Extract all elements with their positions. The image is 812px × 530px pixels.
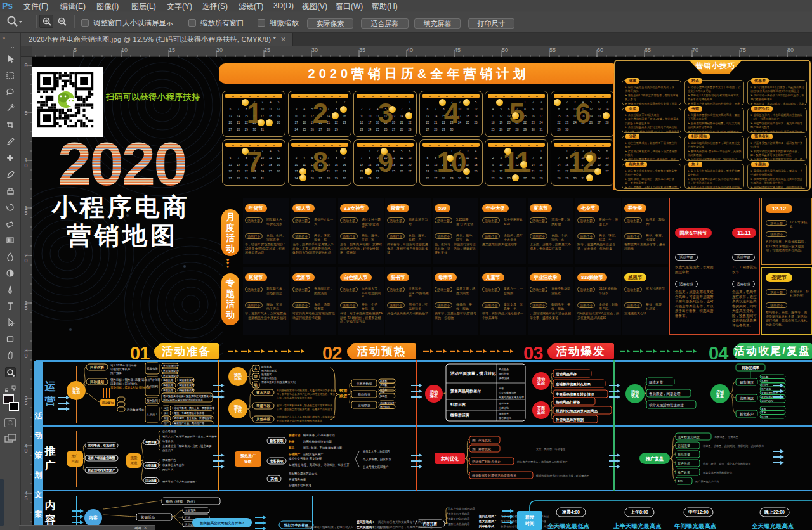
svg-text:新进活动内页数据户: 新进活动内页数据户 <box>87 468 115 472</box>
svg-text:社群人员「私域流量好友群」分发，迷定接单: 社群人员「私域流量好友群」分发，迷定接单 <box>162 435 218 439</box>
svg-text:群发: 群发 <box>525 515 534 520</box>
svg-text:直播预告传播: 直播预告传播 <box>289 477 306 482</box>
svg-text:新品+留样，不抽奖做实惠拉新: 新品+留样，不抽奖做实惠拉新 <box>303 446 343 449</box>
svg-text:拉群、爆款预告页可预热气氛，让更多产品升温等: 拉群、爆款预告页可预热气氛，让更多产品升温等 <box>276 408 332 411</box>
svg-text:店铺整体流量转化效果: 店铺整体流量转化效果 <box>555 382 591 387</box>
svg-text:客单价: 客单价 <box>761 379 769 382</box>
svg-text:营销活动: 营销活动 <box>288 433 301 437</box>
svg-text:活动全面放量，提升转化: 活动全面放量，提升转化 <box>450 371 496 376</box>
svg-text:目标: 目标 <box>234 376 242 381</box>
svg-text:预热推广: 预热推广 <box>240 453 256 458</box>
svg-text:整点秒杀: 整点秒杀 <box>499 368 509 372</box>
svg-text:其他手段: 其他手段 <box>256 417 271 422</box>
svg-text:唤起公众号推送 图文/海报: 唤起公众号推送 图文/海报 <box>289 456 322 461</box>
svg-text:跟进: 跟进 <box>339 393 347 398</box>
svg-text:其他: 其他 <box>270 477 278 481</box>
svg-text:监控: 监控 <box>537 410 545 415</box>
svg-text:新客获取: 新客获取 <box>269 439 284 443</box>
svg-text:各渠道流量转化数据评估: 各渠道流量转化数据评估 <box>703 471 732 474</box>
svg-text:筹备目标：提前1月/会员/转化等: 筹备目标：提前1月/会员/转化等 <box>110 385 151 390</box>
svg-text:目标拆解: 目标拆解 <box>90 365 105 370</box>
svg-text:老客获取: 老客获取 <box>270 459 284 463</box>
svg-text:免费流量、付费流量: 免费流量、付费流量 <box>714 436 738 439</box>
svg-text:商品（推荐、热点）: 商品（推荐、热点） <box>166 500 197 503</box>
svg-text:话术整理、服务热情、快速响应等: 话术整理、服务热情、快速响应等 <box>174 417 212 420</box>
svg-text:推广渠道优化: 推广渠道优化 <box>472 438 491 443</box>
svg-text:优惠券数据: 优惠券数据 <box>357 382 372 386</box>
svg-text:凌晨4:00: 凌晨4:00 <box>562 509 580 515</box>
svg-text:河北2019年活动临摹: 河北2019年活动临摹 <box>110 364 137 367</box>
svg-text:数据: 数据 <box>339 389 347 393</box>
svg-text:选爆款等: 选爆款等 <box>163 378 173 382</box>
svg-text:首页海报设计: 首页海报设计 <box>163 369 178 372</box>
svg-text:补货商品库存根据: 补货商品库存根据 <box>555 418 584 422</box>
svg-text:上半天曝光最高点: 上半天曝光最高点 <box>613 522 662 529</box>
svg-text:实时优化: 实时优化 <box>441 456 459 462</box>
svg-text:满赠/满减: 满赠/满减 <box>499 377 509 380</box>
svg-text:店铺数据: 店铺数据 <box>358 403 370 408</box>
svg-text:老客户维温盘活唤醒: 老客户维温盘活唤醒 <box>87 456 115 460</box>
svg-text:全天曝光最低点: 全天曝光最低点 <box>547 522 590 529</box>
svg-text:店铺会员: 店铺会员 <box>162 439 174 443</box>
svg-text:商品数据: 商品数据 <box>358 392 370 397</box>
svg-text:销售目标：销售额+流量*客单价*转化率: 销售目标：销售额+流量*客单价*转化率 <box>110 378 160 382</box>
svg-text:营销活动: 营销活动 <box>141 515 155 520</box>
svg-text:巨大反差式：: 巨大反差式： <box>479 519 497 523</box>
svg-text:复购: 复购 <box>761 407 766 410</box>
svg-text:秒杀: 秒杀 <box>289 440 295 444</box>
svg-text:付费流量: 付费流量 <box>145 463 157 468</box>
svg-text:首页海报设计: 首页海报设计 <box>163 374 178 377</box>
svg-text:规划: 规划 <box>72 390 80 395</box>
svg-text:社群转化: 社群转化 <box>498 406 509 410</box>
svg-text:售后跟进，问题处理: 售后跟进，问题处理 <box>649 392 681 396</box>
svg-text:加购量: 加购量 <box>379 394 388 398</box>
svg-text:短信推送 海报、商品链接、活动链接、链接打开: 短信推送 海报、商品链接、活动链接、链接打开 <box>289 463 350 467</box>
svg-text:视觉包装: 视觉包装 <box>147 366 159 370</box>
svg-text:好物推荐社群发送: 好物推荐社群发送 <box>289 483 312 488</box>
svg-text:监控: 监控 <box>537 380 545 385</box>
svg-text:上午8:00: 上午8:00 <box>630 509 648 514</box>
svg-text:流量情况: 流量情况 <box>740 396 754 401</box>
svg-text:免费流量: 免费流量 <box>145 440 157 444</box>
svg-text:运营: 运营 <box>164 406 169 410</box>
svg-text:晚上22:00: 晚上22:00 <box>764 509 785 515</box>
svg-text:活动210预告类页面设计活动页面等: 活动210预告类页面设计活动页面等 <box>163 398 203 402</box>
svg-text:新老客户: 新老客户 <box>740 412 754 417</box>
svg-text:活动整体规划: 活动整体规划 <box>126 408 145 411</box>
svg-text:朋友圈广告: 朋友圈广告 <box>162 458 176 462</box>
svg-text:海报、专题页面设计制作等: 海报、专题页面设计制作等 <box>174 411 204 415</box>
svg-text:复盘: 复盘 <box>716 393 724 398</box>
svg-text:分销推广: 分销推广 <box>288 452 301 456</box>
svg-text:推广成本: 推广成本 <box>761 387 771 391</box>
svg-text:推广: 推广 <box>164 422 169 425</box>
svg-text:促销套装设置: 促销套装设置 <box>179 384 194 387</box>
svg-text:转化率: 转化率 <box>761 384 769 387</box>
svg-text:根据数据有特化比打的商品上线，延后曝光量: 根据数据有特化比打的商品上线，延后曝光量 <box>535 474 589 478</box>
svg-text:精品陈列: 精品陈列 <box>147 384 159 389</box>
svg-text:全天曝光最高点: 全天曝光最高点 <box>751 522 794 529</box>
svg-text:店铺流量: 店铺流量 <box>678 444 690 448</box>
svg-text:层级流量提升等(预热蓄水引力): 层级流量提升等(预热蓄水引力) <box>261 380 296 384</box>
svg-text:M员工人手，制定KPI: M员工人手，制定KPI <box>363 449 390 453</box>
svg-text:商品流量: 商品流量 <box>678 453 690 457</box>
svg-text:推广效果: 推广效果 <box>678 470 690 474</box>
svg-text:限时秒杀: 限时秒杀 <box>499 372 509 376</box>
svg-text:分销渠道拓展广: 分销渠道拓展广 <box>303 452 324 456</box>
svg-text:裂变活动「个人专属好物推」: 裂变活动「个人专属好物推」 <box>162 480 198 484</box>
svg-text:针对阶层客户进行针对性营销预热温度等: 针对阶层客户进行针对性营销预热温度等 <box>276 419 322 423</box>
svg-text:有价值的干货内容: 有价值的干货内容 <box>448 512 470 515</box>
svg-text:根据转化情况调整页面商品: 根据转化情况调整页面商品 <box>555 409 598 413</box>
svg-text:ROI: ROI <box>678 479 683 483</box>
svg-text:如何提高公众号图文打开率?: 如何提高公众号图文打开率? <box>199 521 244 526</box>
svg-text:首页海报设计: 首页海报设计 <box>163 364 178 367</box>
svg-text:专属号消息直播及社群: 专属号消息直播及社群 <box>499 396 524 399</box>
svg-text:朋友圈心愿送万元大礼: 朋友圈心愿送万元大礼 <box>289 472 318 475</box>
svg-text:设计: 设计 <box>164 411 169 415</box>
svg-text:目标完成率: 目标完成率 <box>742 366 759 370</box>
svg-text:活动曝光，引流获客: 活动曝光，引流获客 <box>87 443 115 448</box>
svg-text:促销套装设置: 促销套装设置 <box>179 378 194 382</box>
svg-text:爆发: 爆发 <box>429 393 438 398</box>
svg-text:上新预告: 上新预告 <box>185 508 197 513</box>
svg-text:流量: 流量 <box>130 456 138 460</box>
svg-text:社群运营: 社群运营 <box>450 402 466 407</box>
